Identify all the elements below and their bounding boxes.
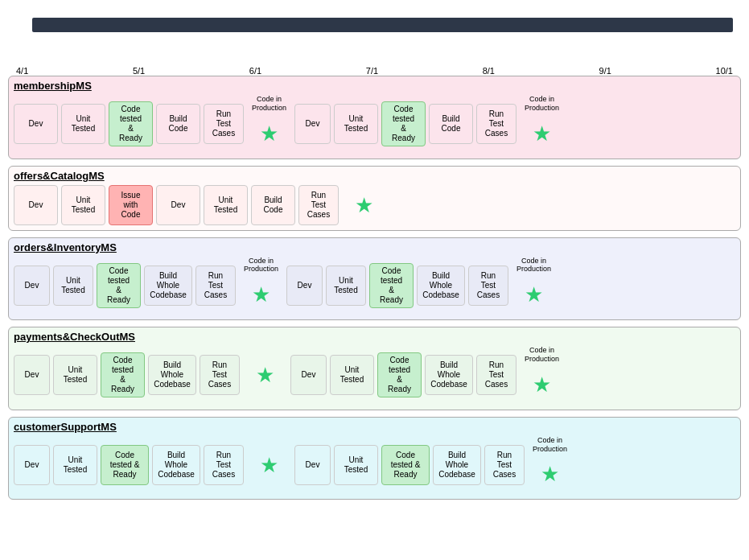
services-container: membershipMSDevUnit TestedCode tested & … xyxy=(8,76,741,500)
star-icon-paymentsCheckOutMS-11: ★ xyxy=(533,374,551,395)
star-cell-customerSupportMS-11: ★ xyxy=(541,454,559,494)
service-title-ordersInventoryMS: orders&InventoryMS xyxy=(14,241,735,253)
task-cell-customerSupportMS-7: Unit Tested xyxy=(334,445,378,485)
task-cell-ordersInventoryMS-9: Build Whole Codebase xyxy=(417,266,465,306)
task-cell-ordersInventoryMS-10: Run Test Cases xyxy=(468,266,508,306)
service-section-ordersInventoryMS: orders&InventoryMSDevUnit TestedCode tes… xyxy=(8,237,741,321)
task-cell-ordersInventoryMS-7: Unit Tested xyxy=(326,266,366,306)
task-cell-offersCatalogMS-2: Issue with Code xyxy=(109,185,153,225)
star-cell-ordersInventoryMS-11: ★ xyxy=(525,274,543,315)
star-icon-ordersInventoryMS-11: ★ xyxy=(525,284,543,305)
star-icon-offersCatalogMS-7: ★ xyxy=(355,195,373,216)
task-cell-paymentsCheckOutMS-0: Dev xyxy=(14,355,50,395)
above-label-ordersInventoryMS-5: Code in Production xyxy=(239,257,283,274)
task-cell-membershipMS-8: Code tested & Ready xyxy=(381,101,426,146)
tasks-row-membershipMS: DevUnit TestedCode tested & ReadyBuild C… xyxy=(14,95,735,154)
task-cell-customerSupportMS-9: Build Whole Codebase xyxy=(433,445,481,485)
service-section-membershipMS: membershipMSDevUnit TestedCode tested & … xyxy=(8,76,741,159)
timeline-label: 4/1 xyxy=(16,66,28,76)
star-icon-customerSupportMS-11: ★ xyxy=(541,463,559,484)
timeline-label: 10/1 xyxy=(716,66,733,76)
task-cell-paymentsCheckOutMS-1: Unit Tested xyxy=(53,355,97,395)
star-icon-customerSupportMS-5: ★ xyxy=(260,455,278,476)
task-cell-offersCatalogMS-4: Unit Tested xyxy=(204,185,248,225)
star-icon-paymentsCheckOutMS-5: ★ xyxy=(256,364,274,385)
service-section-offersCatalogMS: offers&CatalogMSDevUnit TestedIssue with… xyxy=(8,166,741,231)
task-cell-customerSupportMS-3: Build Whole Codebase xyxy=(152,445,200,485)
task-cell-membershipMS-3: Build Code xyxy=(156,104,200,144)
timeline-label: 6/1 xyxy=(249,66,261,76)
tasks-row-offersCatalogMS: DevUnit TestedIssue with CodeDevUnit Tes… xyxy=(14,185,735,225)
task-cell-paymentsCheckOutMS-3: Build Whole Codebase xyxy=(148,355,196,395)
above-label-ordersInventoryMS-11: Code in Production xyxy=(512,257,556,274)
star-icon-ordersInventoryMS-5: ★ xyxy=(252,284,270,305)
task-cell-ordersInventoryMS-3: Build Whole Codebase xyxy=(144,266,192,306)
star-icon-membershipMS-5: ★ xyxy=(260,123,278,144)
above-label-customerSupportMS-11: Code in Production xyxy=(528,436,572,454)
task-cell-customerSupportMS-2: Code tested & Ready xyxy=(101,445,149,485)
task-cell-ordersInventoryMS-0: Dev xyxy=(14,266,50,306)
tasks-row-customerSupportMS: DevUnit TestedCode tested & ReadyBuild W… xyxy=(14,436,735,495)
task-cell-offersCatalogMS-3: Dev xyxy=(156,185,200,225)
above-label-membershipMS-5: Code in Production xyxy=(247,95,291,113)
task-cell-offersCatalogMS-0: Dev xyxy=(14,185,58,225)
timeline-header xyxy=(8,14,741,47)
star-icon-membershipMS-11: ★ xyxy=(533,123,551,144)
task-cell-membershipMS-4: Run Test Cases xyxy=(204,104,244,144)
service-section-customerSupportMS: customerSupportMSDevUnit TestedCode test… xyxy=(8,417,741,500)
star-wrapper-membershipMS-11: Code in Production★ xyxy=(520,95,564,154)
task-cell-customerSupportMS-8: Code tested & Ready xyxy=(381,445,430,485)
timeline-label: 8/1 xyxy=(483,66,495,76)
star-wrapper-paymentsCheckOutMS-11: Code in Production★ xyxy=(520,346,564,405)
star-cell-customerSupportMS-5: ★ xyxy=(260,445,278,485)
task-cell-membershipMS-9: Build Code xyxy=(429,104,473,144)
above-label-membershipMS-11: Code in Production xyxy=(520,95,564,113)
service-title-customerSupportMS: customerSupportMS xyxy=(14,421,735,433)
star-wrapper-customerSupportMS-11: Code in Production★ xyxy=(528,436,572,495)
tasks-row-paymentsCheckOutMS: DevUnit TestedCode tested & ReadyBuild W… xyxy=(14,346,735,405)
timeline-bar xyxy=(32,18,733,32)
timeline-labels: 4/15/16/17/18/19/110/1 xyxy=(8,66,741,76)
task-cell-paymentsCheckOutMS-9: Build Whole Codebase xyxy=(425,355,473,395)
task-cell-offersCatalogMS-5: Build Code xyxy=(251,185,295,225)
tasks-row-ordersInventoryMS: DevUnit TestedCode tested & ReadyBuild W… xyxy=(14,257,735,315)
timeline-label: 5/1 xyxy=(133,66,145,76)
service-section-paymentsCheckOutMS: payments&CheckOutMSDevUnit TestedCode te… xyxy=(8,327,741,410)
task-cell-paymentsCheckOutMS-6: Dev xyxy=(290,355,327,395)
star-cell-membershipMS-5: ★ xyxy=(260,113,278,154)
task-cell-membershipMS-7: Unit Tested xyxy=(334,104,378,144)
service-title-membershipMS: membershipMS xyxy=(14,80,735,92)
task-cell-paymentsCheckOutMS-2: Code tested & Ready xyxy=(101,352,145,397)
task-cell-offersCatalogMS-6: Run Test Cases xyxy=(298,185,339,225)
service-title-paymentsCheckOutMS: payments&CheckOutMS xyxy=(14,331,735,343)
star-wrapper-ordersInventoryMS-5: Code in Production★ xyxy=(239,257,283,315)
task-cell-paymentsCheckOutMS-4: Run Test Cases xyxy=(200,355,240,395)
star-wrapper-customerSupportMS-5: ★ xyxy=(247,445,291,485)
star-cell-offersCatalogMS-7: ★ xyxy=(355,185,373,225)
timeline-label: 7/1 xyxy=(366,66,378,76)
task-cell-customerSupportMS-10: Run Test Cases xyxy=(484,445,525,485)
task-cell-customerSupportMS-4: Run Test Cases xyxy=(204,445,244,485)
service-title-offersCatalogMS: offers&CatalogMS xyxy=(14,170,735,182)
task-cell-membershipMS-1: Unit Tested xyxy=(61,104,105,144)
task-cell-membershipMS-6: Dev xyxy=(294,104,331,144)
star-cell-paymentsCheckOutMS-5: ★ xyxy=(256,355,274,395)
task-cell-offersCatalogMS-1: Unit Tested xyxy=(61,185,105,225)
task-cell-paymentsCheckOutMS-8: Code tested & Ready xyxy=(377,352,422,397)
task-cell-customerSupportMS-0: Dev xyxy=(14,445,50,485)
star-wrapper-offersCatalogMS-7: ★ xyxy=(342,185,386,225)
task-cell-ordersInventoryMS-8: Code tested & Ready xyxy=(369,263,414,308)
task-cell-ordersInventoryMS-4: Run Test Cases xyxy=(195,266,236,306)
star-wrapper-paymentsCheckOutMS-5: ★ xyxy=(243,355,287,395)
task-cell-paymentsCheckOutMS-10: Run Test Cases xyxy=(476,355,516,395)
star-cell-paymentsCheckOutMS-11: ★ xyxy=(533,364,551,405)
task-cell-membershipMS-10: Run Test Cases xyxy=(476,104,516,144)
star-wrapper-membershipMS-5: Code in Production★ xyxy=(247,95,291,154)
star-cell-ordersInventoryMS-5: ★ xyxy=(252,274,270,315)
task-cell-customerSupportMS-6: Dev xyxy=(294,445,331,485)
task-cell-paymentsCheckOutMS-7: Unit Tested xyxy=(330,355,374,395)
task-cell-ordersInventoryMS-6: Dev xyxy=(286,266,323,306)
timeline-label: 9/1 xyxy=(599,66,611,76)
task-cell-customerSupportMS-1: Unit Tested xyxy=(53,445,97,485)
task-cell-ordersInventoryMS-2: Code tested & Ready xyxy=(97,263,141,308)
